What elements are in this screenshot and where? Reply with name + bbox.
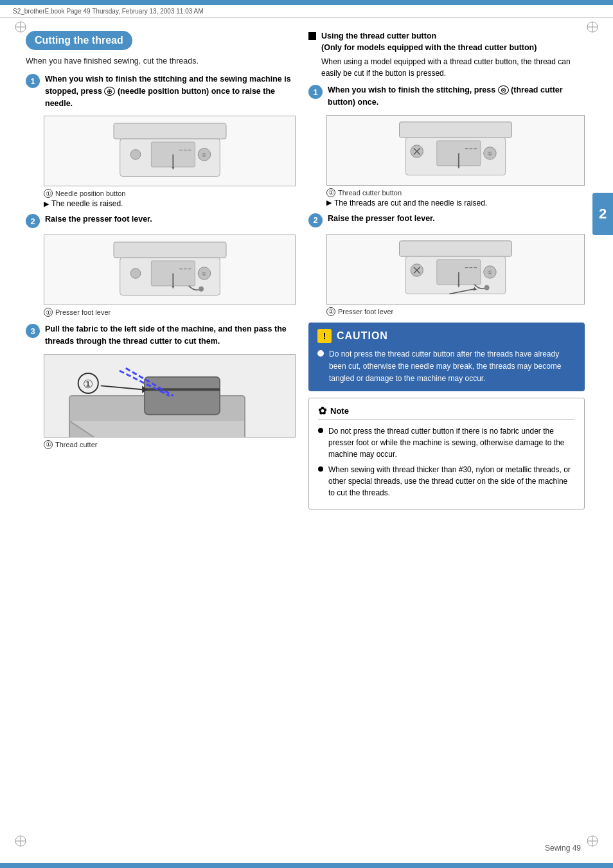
note-item-1: Do not press the thread cutter button if…: [318, 425, 575, 460]
chapter-tab: 2: [592, 193, 613, 235]
right-circle-num-1: ①: [326, 188, 335, 197]
step-3-num: 3: [26, 324, 40, 338]
note-bullet-1: [318, 428, 323, 433]
step-2: 2 Raise the presser foot lever.: [26, 213, 296, 228]
note-bullet-2: [318, 466, 323, 472]
caution-icon: !: [317, 329, 332, 343]
machine-diagram-2: ①: [44, 235, 296, 305]
annotation-label-2: Presser foot lever: [55, 308, 111, 316]
right-column: Using the thread cutter button (Only for…: [308, 31, 585, 509]
svg-text:①: ①: [488, 151, 492, 157]
right-step-2-num: 2: [308, 213, 323, 227]
right-step-2: 2 Raise the presser foot lever.: [308, 213, 585, 227]
right-section-header: Using the thread cutter button (Only for…: [308, 31, 585, 79]
bottom-bar: [0, 863, 613, 868]
svg-text:①: ①: [202, 152, 206, 158]
corner-mark-br: [585, 833, 600, 849]
svg-rect-23: [114, 242, 226, 258]
svg-point-34: [199, 287, 204, 292]
note-item-2: When sewing with thread thicker than #30…: [318, 464, 575, 499]
main-content: Cutting the thread When you have finishe…: [0, 18, 613, 535]
svg-rect-43: [400, 122, 512, 137]
annotation-label-3: Thread cutter: [55, 441, 97, 448]
thread-cutter-diagram: ①: [44, 354, 296, 438]
caution-text: Do not press the thread cutter button af…: [329, 348, 576, 385]
right-step-1-text: When you wish to finish the stitching, p…: [328, 84, 585, 109]
needle-button-icon: ⊕: [104, 87, 115, 96]
svg-rect-12: [114, 123, 226, 139]
annotation-step2: ① Presser foot lever: [44, 308, 296, 317]
right-circle-num-2: ①: [326, 307, 335, 316]
right-annotation-1: ① Thread cutter button: [326, 188, 585, 197]
step-2-text: Raise the presser foot lever.: [45, 213, 152, 226]
caution-box: ! CAUTION Do not press the thread cutter…: [308, 323, 585, 392]
right-header-sub1: (Only for models equipped with the threa…: [321, 42, 585, 54]
bullet-square: [308, 32, 316, 40]
circle-num-3: ①: [44, 440, 53, 449]
right-step-1-num: 1: [308, 85, 323, 99]
right-annotation-2: ① Presser foot lever: [326, 307, 585, 316]
thread-cutter-button-icon: ⊗: [498, 85, 509, 94]
footer: Sewing 49: [545, 844, 581, 853]
caution-header: ! CAUTION: [317, 329, 576, 343]
note-text-1: Do not press the thread cutter button if…: [328, 425, 575, 460]
note-text-2: When sewing with thread thicker than #30…: [328, 464, 575, 499]
right-step-2-text: Raise the presser foot lever.: [328, 213, 435, 225]
left-column: Cutting the thread When you have finishe…: [26, 31, 296, 509]
svg-line-41: [101, 385, 142, 389]
note-title: Note: [330, 406, 349, 416]
corner-mark-tr: [585, 19, 600, 35]
svg-point-26: [130, 268, 141, 278]
step-1: 1 When you wish to finish the stitching …: [26, 73, 296, 109]
svg-text:①: ①: [83, 378, 93, 391]
file-info: S2_brotherE.book Page 49 Thursday, Febru…: [0, 5, 613, 18]
svg-text:①: ①: [488, 270, 492, 276]
top-bar: [0, 0, 613, 5]
annotation-step1: ① Needle position button: [44, 189, 296, 198]
caution-title: CAUTION: [337, 330, 388, 342]
svg-point-15: [130, 149, 141, 159]
circle-num-2a: ①: [44, 308, 53, 317]
svg-text:①: ①: [202, 271, 206, 277]
step-3: 3 Pull the fabric to the left side of th…: [26, 323, 296, 348]
intro-text: When you have finished sewing, cut the t…: [26, 57, 296, 66]
right-machine-diagram-2: ①: [326, 234, 585, 305]
note-icon: ✿: [318, 405, 326, 417]
caution-body: Do not press the thread cutter button af…: [317, 348, 576, 385]
corner-mark-tl: [13, 19, 28, 35]
result-step1: The needle is raised.: [44, 199, 296, 208]
annotation-label-1: Needle position button: [55, 190, 125, 197]
right-header-title: Using the thread cutter button: [321, 31, 585, 42]
step-1-num: 1: [26, 74, 40, 88]
right-result-1: The threads are cut and the needle is ra…: [326, 199, 585, 208]
step-2-num: 2: [26, 214, 40, 228]
right-step-1: 1 When you wish to finish the stitching,…: [308, 84, 585, 109]
right-annotation-label-1: Thread cutter button: [338, 189, 402, 197]
svg-rect-36: [145, 377, 220, 415]
svg-rect-56: [400, 241, 512, 256]
corner-mark-bl: [13, 833, 28, 849]
caution-bullet: [317, 350, 324, 357]
note-header: ✿ Note: [318, 405, 575, 420]
machine-diagram-1: ①: [44, 116, 296, 186]
right-header-text: Using the thread cutter button (Only for…: [321, 31, 585, 79]
right-header-sub2: When using a model equipped with a threa…: [321, 56, 585, 79]
section-heading: Cutting the thread: [26, 31, 132, 50]
note-box: ✿ Note Do not press the thread cutter bu…: [308, 398, 585, 509]
svg-point-69: [484, 285, 490, 290]
step-1-text: When you wish to finish the stitching an…: [45, 73, 296, 109]
step-3-text: Pull the fabric to the left side of the …: [45, 323, 296, 348]
annotation-step3: ① Thread cutter: [44, 440, 296, 449]
right-machine-diagram-1: ①: [326, 115, 585, 186]
circle-num-1: ①: [44, 189, 53, 198]
right-annotation-label-2: Presser foot lever: [338, 308, 393, 315]
